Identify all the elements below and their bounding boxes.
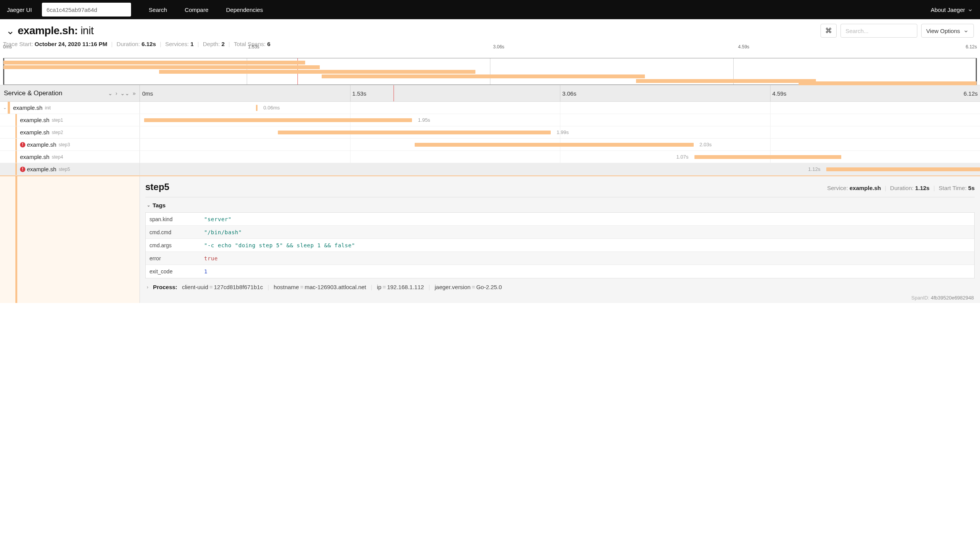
span-duration-label: 1.99s <box>556 129 569 135</box>
about-label: About Jaeger <box>931 7 965 13</box>
tag-key: cmd.cmd <box>146 227 200 238</box>
process-label: Process: <box>153 284 177 290</box>
view-options-button[interactable]: View Options <box>921 24 974 38</box>
span-operation: step2 <box>52 130 63 135</box>
trace-id-input[interactable] <box>42 3 131 17</box>
span-rows: ⌄example.shinit0.06msexample.shstep11.95… <box>0 102 980 175</box>
span-duration-label: 1.07s <box>676 154 689 160</box>
chevron-down-icon <box>967 5 973 14</box>
minimap[interactable] <box>3 58 977 85</box>
detail-duration-label: Duration: <box>890 185 914 191</box>
span-row[interactable]: ⌄example.shinit0.06ms <box>0 102 980 114</box>
keyboard-shortcuts-button[interactable]: ⌘ <box>821 24 837 38</box>
tag-key: span.kind <box>146 213 200 225</box>
chevron-right-icon: › <box>147 285 148 290</box>
span-bar[interactable] <box>826 167 980 171</box>
span-duration-label: 2.03s <box>699 142 712 147</box>
timeline-tick: 4.59s <box>772 85 787 101</box>
tag-value: true <box>200 253 222 264</box>
detail-gutter <box>0 176 140 303</box>
tags-section-toggle[interactable]: ⌄ Tags <box>145 197 975 212</box>
tag-key: exit_code <box>146 266 200 277</box>
tags-label: Tags <box>153 202 166 208</box>
span-bar[interactable] <box>256 105 257 111</box>
nav-links: Search Compare Dependencies <box>149 7 263 13</box>
trace-title: example.sh: init <box>18 25 93 37</box>
detail-start-label: Start Time: <box>939 185 967 191</box>
detail-start: 5s <box>968 185 975 191</box>
span-row[interactable]: example.shstep11.95s <box>0 114 980 126</box>
expand-one-icon[interactable]: › <box>116 90 118 96</box>
detail-title: step5 <box>145 182 169 192</box>
span-bar[interactable] <box>278 131 551 134</box>
error-icon: ! <box>20 167 25 172</box>
process-tag: hostname=mac-126903.attlocal.net <box>274 284 366 290</box>
tag-row[interactable]: cmd.args"-c echo "doing step 5" && sleep… <box>146 239 974 252</box>
span-duration-label: 1.12s <box>808 166 821 172</box>
chevron-down-icon <box>963 26 969 35</box>
detail-service-label: Service: <box>827 185 848 191</box>
span-detail: step5 Service: example.sh | Duration: 1.… <box>0 175 980 303</box>
service-operation-header: Service & Operation <box>4 89 62 97</box>
tag-value: "-c echo "doing step 5" && sleep 1 && fa… <box>200 240 359 251</box>
minimap-tick: 0ms <box>3 44 12 50</box>
trace-operation: init <box>81 25 94 36</box>
tag-key: error <box>146 253 200 264</box>
span-service: example.sh <box>27 141 56 148</box>
span-operation: step4 <box>52 154 63 160</box>
span-operation: step3 <box>59 142 70 147</box>
brand[interactable]: Jaeger UI <box>7 7 32 13</box>
span-bar[interactable] <box>144 118 412 122</box>
span-row[interactable]: !example.shstep51.12s <box>0 163 980 175</box>
span-duration-label: 0.06ms <box>263 105 280 111</box>
process-section[interactable]: ›Process:client-uuid=127cd81b8f671b1c|ho… <box>145 278 975 293</box>
collapse-trace-icon[interactable]: ⌄ <box>6 25 15 37</box>
span-id: SpanID: 4fb39520e6982948 <box>145 293 975 301</box>
about-menu[interactable]: About Jaeger <box>931 5 973 14</box>
span-service: example.sh <box>27 166 56 172</box>
top-nav: Jaeger UI Search Compare Dependencies Ab… <box>0 0 980 19</box>
tag-value: "server" <box>200 213 235 225</box>
nav-link-dependencies[interactable]: Dependencies <box>226 7 263 13</box>
span-service: example.sh <box>13 104 43 111</box>
span-service: example.sh <box>20 117 50 123</box>
tag-row[interactable]: errortrue <box>146 252 974 265</box>
span-row[interactable]: !example.shstep32.03s <box>0 139 980 151</box>
minimap-ticks: 0ms1.53s3.06s4.59s6.12s <box>0 44 980 50</box>
span-bar[interactable] <box>415 143 694 147</box>
span-service: example.sh <box>20 154 50 160</box>
view-options-label: View Options <box>926 28 960 34</box>
process-tag: jaeger.version=Go-2.25.0 <box>435 284 502 290</box>
tag-row[interactable]: exit_code1 <box>146 265 974 278</box>
timeline-tick: 1.53s <box>352 85 367 101</box>
timeline-tick: 6.12s <box>963 85 978 101</box>
minimap-tick: 4.59s <box>738 44 749 50</box>
span-operation: step1 <box>52 117 63 123</box>
span-operation: init <box>45 105 51 111</box>
tag-key: cmd.args <box>146 240 200 251</box>
span-bar[interactable] <box>694 155 842 159</box>
collapse-one-icon[interactable]: ⌄ <box>108 90 113 96</box>
nav-link-compare[interactable]: Compare <box>185 7 209 13</box>
tag-row[interactable]: span.kind"server" <box>146 213 974 226</box>
detail-duration: 1.12s <box>915 185 930 191</box>
process-tag: ip=192.168.1.112 <box>377 284 424 290</box>
row-collapse-icon[interactable]: ⌄ <box>2 105 8 110</box>
collapse-all-icon[interactable]: ⌄⌄ <box>120 90 130 96</box>
timeline-header[interactable]: 0ms1.53s3.06s4.59s6.12s <box>140 85 980 101</box>
minimap-tick: 1.53s <box>248 44 259 50</box>
nav-link-search[interactable]: Search <box>149 7 167 13</box>
span-row[interactable]: example.shstep41.07s <box>0 151 980 163</box>
span-operation: step5 <box>59 167 70 172</box>
span-duration-label: 1.95s <box>418 117 430 123</box>
minimap-tick: 6.12s <box>966 44 977 50</box>
title-row: ⌄ example.sh: init ⌘ View Options <box>0 19 980 40</box>
tag-value: 1 <box>200 266 211 277</box>
timeline-tick: 3.06s <box>562 85 576 101</box>
span-row[interactable]: example.shstep21.99s <box>0 126 980 139</box>
expand-all-icon[interactable]: » <box>133 90 136 96</box>
trace-service: example.sh: <box>18 25 78 36</box>
tag-row[interactable]: cmd.cmd"/bin/bash" <box>146 226 974 239</box>
span-service: example.sh <box>20 129 50 136</box>
search-input[interactable] <box>840 24 917 38</box>
